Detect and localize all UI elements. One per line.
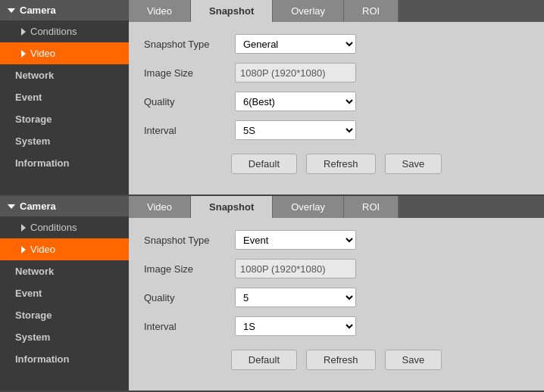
interval-select-top[interactable]: 1S 2S 3S 4S 5S	[235, 120, 356, 140]
sidebar-item-conditions-top[interactable]: Conditions	[0, 20, 129, 42]
sidebar-item-event-bottom[interactable]: Event	[0, 282, 129, 304]
default-button-top[interactable]: Default	[231, 154, 297, 174]
sidebar-label-system-bottom: System	[15, 331, 50, 343]
tab-bar-bottom: Video Snapshot Overlay ROI	[129, 196, 544, 218]
sidebar-item-event-top[interactable]: Event	[0, 86, 129, 108]
refresh-button-bottom[interactable]: Refresh	[306, 350, 376, 370]
interval-label-bottom: Interval	[144, 321, 235, 332]
sidebar-item-network-bottom[interactable]: Network	[0, 260, 129, 282]
button-row-bottom: Default Refresh Save	[144, 350, 529, 370]
snapshot-type-label-bottom: Snapshot Type	[144, 235, 235, 246]
sidebar-header-top: Camera	[0, 0, 129, 20]
interval-label-top: Interval	[144, 125, 235, 136]
quality-label-top: Quality	[144, 96, 235, 107]
tab-roi-top[interactable]: ROI	[344, 0, 399, 22]
default-button-bottom[interactable]: Default	[231, 350, 297, 370]
image-size-value-bottom: 1080P (1920*1080)	[235, 259, 356, 278]
main-content-bottom: Video Snapshot Overlay ROI Snapshot Type…	[129, 196, 544, 390]
snapshot-type-row-top: Snapshot Type General Event	[144, 34, 529, 54]
quality-row-bottom: Quality 1 2 3 4 5 6(Best)	[144, 288, 529, 307]
sidebar-label-event-bottom: Event	[15, 288, 42, 299]
conditions-arrow-icon-bottom	[21, 224, 26, 232]
image-size-row-top: Image Size 1080P (1920*1080)	[144, 63, 529, 82]
sidebar-label-conditions-bottom: Conditions	[30, 222, 77, 233]
tab-video-top[interactable]: Video	[129, 0, 191, 22]
sidebar-header-bottom: Camera	[0, 196, 129, 216]
tab-overlay-bottom[interactable]: Overlay	[273, 196, 344, 218]
form-area-bottom: Snapshot Type General Event Image Size 1…	[129, 218, 544, 390]
sidebar-label-system-top: System	[15, 135, 50, 147]
sidebar-label-storage-bottom: Storage	[15, 310, 52, 321]
quality-row-top: Quality 1 2 3 4 5 6(Best)	[144, 92, 529, 111]
tab-overlay-top[interactable]: Overlay	[273, 0, 344, 22]
sidebar-label-network-top: Network	[15, 70, 54, 81]
snapshot-type-row-bottom: Snapshot Type General Event	[144, 230, 529, 250]
interval-select-bottom[interactable]: 1S 2S 3S 4S 5S	[235, 316, 356, 336]
button-row-top: Default Refresh Save	[144, 154, 529, 174]
sidebar-item-video-top[interactable]: Video	[0, 42, 129, 64]
sidebar-item-storage-bottom[interactable]: Storage	[0, 304, 129, 326]
sidebar-item-information-top[interactable]: Information	[0, 152, 129, 174]
sidebar-item-system-top[interactable]: System	[0, 130, 129, 152]
sidebar-label-information-top: Information	[15, 157, 70, 169]
save-button-bottom[interactable]: Save	[385, 350, 442, 370]
snapshot-type-select-top[interactable]: General Event	[235, 34, 356, 54]
sidebar-item-system-bottom[interactable]: System	[0, 326, 129, 348]
sidebar-item-storage-top[interactable]: Storage	[0, 108, 129, 130]
quality-select-bottom[interactable]: 1 2 3 4 5 6(Best)	[235, 288, 356, 307]
tab-roi-bottom[interactable]: ROI	[344, 196, 399, 218]
sidebar-item-information-bottom[interactable]: Information	[0, 348, 129, 370]
snapshot-type-select-bottom[interactable]: General Event	[235, 230, 356, 250]
interval-row-bottom: Interval 1S 2S 3S 4S 5S	[144, 316, 529, 336]
camera-arrow-icon	[8, 8, 15, 13]
video-arrow-icon-bottom	[21, 246, 26, 254]
camera-arrow-icon-bottom	[8, 204, 15, 209]
tab-bar-top: Video Snapshot Overlay ROI	[129, 0, 544, 22]
quality-select-top[interactable]: 1 2 3 4 5 6(Best)	[235, 92, 356, 111]
panel-bottom: Camera Conditions Video Network Event St…	[0, 196, 544, 392]
conditions-arrow-icon	[21, 28, 26, 36]
interval-row-top: Interval 1S 2S 3S 4S 5S	[144, 120, 529, 140]
form-area-top: Snapshot Type General Event Image Size 1…	[129, 22, 544, 194]
image-size-value-top: 1080P (1920*1080)	[235, 63, 356, 82]
tab-snapshot-top[interactable]: Snapshot	[191, 0, 273, 22]
image-size-row-bottom: Image Size 1080P (1920*1080)	[144, 259, 529, 278]
sidebar-title-top: Camera	[20, 5, 56, 16]
sidebar-item-network-top[interactable]: Network	[0, 64, 129, 86]
tab-video-bottom[interactable]: Video	[129, 196, 191, 218]
snapshot-type-label-top: Snapshot Type	[144, 39, 235, 50]
sidebar-top: Camera Conditions Video Network Event St…	[0, 0, 129, 194]
save-button-top[interactable]: Save	[385, 154, 442, 174]
sidebar-item-conditions-bottom[interactable]: Conditions	[0, 216, 129, 238]
sidebar-label-event-top: Event	[15, 92, 42, 103]
quality-label-bottom: Quality	[144, 292, 235, 303]
image-size-label-top: Image Size	[144, 67, 235, 79]
sidebar-label-information-bottom: Information	[15, 353, 70, 365]
sidebar-label-video-bottom: Video	[30, 244, 55, 255]
sidebar-label-network-bottom: Network	[15, 266, 54, 277]
image-size-label-bottom: Image Size	[144, 263, 235, 275]
panel-top: Camera Conditions Video Network Event St…	[0, 0, 544, 196]
tab-snapshot-bottom[interactable]: Snapshot	[191, 196, 273, 218]
sidebar-label-storage-top: Storage	[15, 114, 52, 125]
sidebar-item-video-bottom[interactable]: Video	[0, 238, 129, 260]
sidebar-label-video-top: Video	[30, 48, 55, 59]
sidebar-bottom: Camera Conditions Video Network Event St…	[0, 196, 129, 390]
sidebar-title-bottom: Camera	[20, 201, 56, 212]
refresh-button-top[interactable]: Refresh	[306, 154, 376, 174]
sidebar-label-conditions-top: Conditions	[30, 26, 77, 37]
main-content-top: Video Snapshot Overlay ROI Snapshot Type…	[129, 0, 544, 194]
video-arrow-icon	[21, 50, 26, 58]
